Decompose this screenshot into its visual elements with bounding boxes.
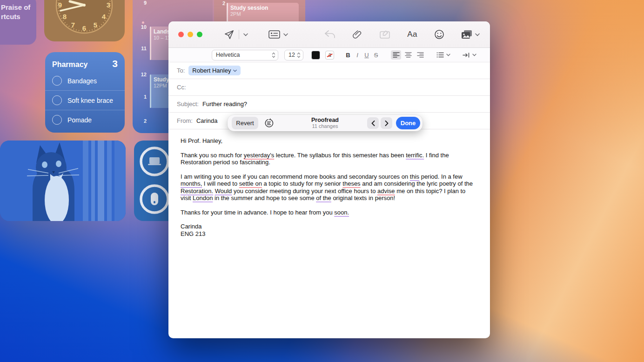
- list-style-button[interactable]: [436, 52, 450, 58]
- paperclip-icon: [352, 29, 362, 40]
- bold-button[interactable]: B: [343, 52, 353, 59]
- to-label: To:: [177, 67, 185, 74]
- recipient-token[interactable]: Robert Hanley: [188, 66, 241, 75]
- paper-plane-icon: [224, 29, 235, 40]
- calendar-hour-label: 9: [136, 0, 147, 6]
- pharmacy-count-badge: 3: [112, 58, 118, 69]
- svg-text:6: 6: [82, 24, 86, 32]
- proofread-change[interactable]: months,: [181, 180, 202, 187]
- cat-photo: [0, 141, 126, 221]
- close-button[interactable]: [178, 32, 184, 37]
- font-size-select[interactable]: 12: [284, 50, 303, 60]
- text-color-well[interactable]: [311, 51, 320, 60]
- toolbar-divider: [239, 30, 239, 39]
- strikethrough-button[interactable]: S: [371, 52, 381, 59]
- align-center-icon: [405, 52, 412, 58]
- calendar-hour-label: 2: [136, 118, 147, 124]
- cc-field-row[interactable]: Cc:: [168, 79, 490, 96]
- shortcuts-widget[interactable]: Praise of rtcuts: [0, 0, 36, 45]
- calendar-hour-label: 10: [136, 24, 147, 30]
- proofread-change[interactable]: Restoration.: [181, 188, 213, 194]
- proofread-change[interactable]: advise: [377, 188, 395, 194]
- writing-tools-button[interactable]: [264, 118, 274, 128]
- photo-browser-button[interactable]: [461, 30, 480, 40]
- revert-button[interactable]: Revert: [232, 117, 258, 129]
- mail-compose-window: Aa: [168, 21, 490, 338]
- attach-button[interactable]: [352, 29, 362, 40]
- indent-arrow-icon: [463, 53, 470, 58]
- chevron-down-icon: [446, 54, 450, 56]
- calendar-hour-label: 2: [215, 0, 225, 6]
- reminder-checkbox[interactable]: [52, 95, 62, 105]
- header-fields-chevron[interactable]: [283, 33, 288, 36]
- subject-value: Further reading?: [202, 101, 247, 107]
- send-options-chevron[interactable]: [243, 33, 248, 36]
- from-label: From:: [177, 117, 193, 124]
- reminder-checkbox[interactable]: [52, 76, 62, 86]
- proofread-change[interactable]: of the: [316, 194, 331, 201]
- shortcuts-widget-text: Praise of rtcuts: [0, 0, 36, 21]
- send-button[interactable]: [224, 29, 235, 40]
- writing-tools-icon: [264, 118, 274, 128]
- chevron-down-icon: [243, 33, 248, 36]
- proofread-change[interactable]: London: [193, 194, 213, 201]
- desktop: Praise of rtcuts 9 8 7 6 5 4 3 Pharmacy …: [0, 0, 644, 362]
- italic-button[interactable]: I: [353, 52, 362, 59]
- next-change-button[interactable]: [381, 117, 392, 129]
- indent-button[interactable]: [463, 53, 476, 58]
- reminder-item[interactable]: Pomade: [45, 110, 125, 129]
- underline-button[interactable]: U: [362, 52, 371, 59]
- cc-label: Cc:: [177, 84, 186, 91]
- align-left-button[interactable]: [391, 50, 401, 60]
- mail-toolbar: Aa: [168, 21, 490, 48]
- proofread-change[interactable]: terrific.: [406, 152, 424, 159]
- svg-text:8: 8: [63, 13, 67, 20]
- font-family-select[interactable]: Helvetica: [212, 50, 278, 60]
- subject-field-row[interactable]: Subject: Further reading?: [168, 96, 490, 113]
- svg-text:7: 7: [71, 21, 75, 29]
- calendar-hour-label: 11: [136, 46, 147, 51]
- proofread-popover: Revert Proofread 11 changes Done: [228, 115, 423, 131]
- format-button[interactable]: Aa: [407, 30, 417, 39]
- reminder-item[interactable]: Soft knee brace: [45, 90, 125, 110]
- proofread-change[interactable]: this: [410, 173, 419, 180]
- proofread-change[interactable]: Would: [215, 188, 232, 194]
- proofread-change[interactable]: theses: [342, 180, 360, 187]
- minimize-button[interactable]: [188, 32, 193, 37]
- align-center-button[interactable]: [403, 50, 413, 60]
- list-icon: [436, 52, 444, 58]
- svg-text:9: 9: [58, 1, 62, 9]
- header-fields-button[interactable]: [268, 30, 280, 39]
- reminder-checkbox[interactable]: [52, 115, 62, 125]
- calendar-hour-label: 1: [136, 94, 147, 100]
- photo-widget-cat[interactable]: [0, 141, 126, 221]
- align-right-button[interactable]: [415, 50, 425, 60]
- svg-text:4: 4: [102, 13, 106, 20]
- chevron-down-icon: [233, 69, 237, 72]
- highlight-color-well[interactable]: a: [325, 51, 334, 60]
- emoji-button[interactable]: [434, 29, 444, 40]
- clock-widget[interactable]: 9 8 7 6 5 4 3: [44, 0, 125, 41]
- to-field-row[interactable]: To: Robert Hanley: [168, 62, 490, 79]
- reminder-item[interactable]: Bandages: [45, 71, 125, 90]
- align-left-icon: [393, 52, 400, 58]
- reply-arrow-icon: [324, 30, 335, 39]
- calendar-hour-label: 12: [136, 72, 147, 77]
- reminder-label: Pomade: [67, 116, 92, 124]
- proofread-change[interactable]: yesterday's: [244, 152, 274, 159]
- from-value: Carinda: [196, 117, 218, 124]
- pharmacy-reminders-widget[interactable]: Pharmacy 3 Bandages Soft knee brace Poma…: [45, 52, 125, 133]
- chevron-right-icon: [385, 121, 389, 126]
- align-right-icon: [417, 52, 424, 58]
- zoom-button[interactable]: [197, 32, 202, 37]
- photos-icon: [461, 30, 472, 40]
- window-controls: [168, 32, 202, 37]
- proofread-change[interactable]: settle on: [239, 180, 262, 187]
- done-button[interactable]: Done: [396, 117, 420, 129]
- previous-change-button[interactable]: [367, 117, 379, 129]
- proofread-change[interactable]: soon.: [334, 209, 349, 216]
- emoji-smiley-icon: [434, 29, 444, 40]
- message-body[interactable]: Hi Prof. Hanley,Thank you so much for ye…: [168, 129, 490, 237]
- svg-text:5: 5: [94, 21, 97, 29]
- header-fields-icon: [268, 30, 280, 39]
